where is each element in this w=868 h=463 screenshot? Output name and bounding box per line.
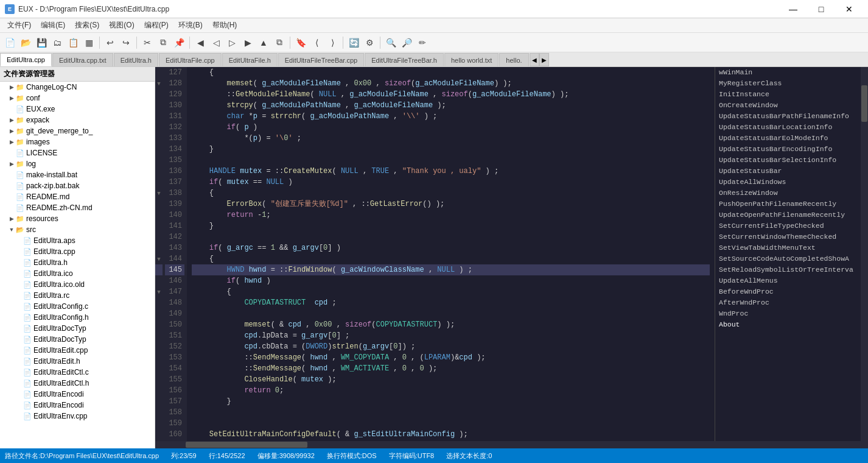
tree-item-EditUltra.h[interactable]: 📄EditUltra.h: [0, 257, 155, 268]
tree-item-README.md[interactable]: 📄README.md: [0, 191, 155, 202]
toolbar-btn-paste[interactable]: 📌: [172, 35, 186, 50]
tree-item-images[interactable]: ▶📁images: [0, 136, 155, 147]
tree-item-conf[interactable]: ▶📁conf: [0, 93, 155, 104]
tree-item-EditUltra.ico[interactable]: 📄EditUltra.ico: [0, 268, 155, 279]
toolbar-btn-new[interactable]: 📄: [2, 35, 17, 50]
vertical-scrollbar[interactable]: [861, 67, 868, 441]
toolbar-btn-save[interactable]: 💾: [34, 35, 49, 50]
symbol-item-19[interactable]: UpdateAllMenus: [715, 275, 861, 286]
tree-item-EditUltraEdit.h[interactable]: 📄EditUltraEdit.h: [0, 356, 155, 367]
code-area[interactable]: { memset( g_acModuleFileName , 0x00 , si…: [187, 67, 715, 441]
toolbar-btn-zoom[interactable]: 🔎: [399, 35, 414, 50]
toolbar-btn-cut[interactable]: ✂: [140, 35, 155, 50]
tab-6[interactable]: EditUltraFileTreeBar.h: [365, 53, 444, 66]
tree-item-EditUltra.aps[interactable]: 📄EditUltra.aps: [0, 235, 155, 246]
toolbar-btn-5[interactable]: ▦: [82, 35, 96, 50]
tree-item-EditUltra.rc[interactable]: 📄EditUltra.rc: [0, 290, 155, 301]
symbol-item-13[interactable]: UpdateOpenPathFilenameRecently: [715, 210, 861, 221]
tree-item-EditUltraEncodi[interactable]: 📄EditUltraEncodi: [0, 400, 155, 411]
tree-item-EditUltraEditCtl.h[interactable]: 📄EditUltraEditCtl.h: [0, 378, 155, 389]
toolbar-btn-11[interactable]: ◁: [209, 35, 223, 50]
tab-8[interactable]: hello.: [499, 53, 528, 66]
toolbar-btn-13[interactable]: ▶: [240, 35, 255, 50]
symbol-item-16[interactable]: SetViewTabWidthMenuText: [715, 242, 861, 253]
tree-item-EUX.exe[interactable]: 📄EUX.exe: [0, 104, 155, 115]
tree-item-EditUltraDocTyp[interactable]: 📄EditUltraDocTyp: [0, 323, 155, 334]
menu-item-搜索(S)[interactable]: 搜索(S): [70, 19, 104, 32]
symbol-item-15[interactable]: SetCurrentWindowThemeChecked: [715, 231, 861, 242]
symbol-item-8[interactable]: UpdateStatusBarSelectionInfo: [715, 155, 861, 166]
tree-item-EditUltraEncodi[interactable]: 📄EditUltraEncodi: [0, 389, 155, 400]
tree-item-git_deve_merge_to_[interactable]: ▶📁git_deve_merge_to_: [0, 125, 155, 136]
horizontal-scrollbar-thumb[interactable]: [186, 442, 307, 448]
horizontal-scrollbar[interactable]: [155, 441, 868, 448]
tab-5[interactable]: EditUltraFileTreeBar.cpp: [278, 53, 364, 66]
toolbar-btn-14[interactable]: ▲: [256, 35, 271, 50]
symbol-item-5[interactable]: UpdateStatusBarLocationInfo: [715, 122, 861, 133]
tree-item-EditUltraDocTyp[interactable]: 📄EditUltraDocTyp: [0, 334, 155, 345]
tab-3[interactable]: EditUltraFile.cpp: [159, 53, 222, 66]
symbol-item-4[interactable]: UpdateStatusBarPathFilenameInfo: [715, 111, 861, 122]
tree-item-EditUltraEnv.cpp[interactable]: 📄EditUltraEnv.cpp: [0, 411, 155, 422]
symbol-item-12[interactable]: PushOpenPathFilenameRecently: [715, 199, 861, 210]
menu-item-视图(O)[interactable]: 视图(O): [104, 19, 139, 32]
tree-item-LICENSE[interactable]: 📄LICENSE: [0, 147, 155, 158]
toolbar-btn-15[interactable]: ⧉: [272, 35, 287, 50]
toolbar-btn-bookmark[interactable]: 🔖: [293, 35, 308, 50]
toolbar-btn-saveall[interactable]: 🗂: [50, 35, 65, 50]
symbol-item-2[interactable]: InitInstance: [715, 89, 861, 100]
toolbar-btn-17[interactable]: ⟩: [325, 35, 340, 50]
toolbar-btn-4[interactable]: 📋: [66, 35, 80, 50]
toolbar-btn-10[interactable]: ◀: [193, 35, 208, 50]
tab-0[interactable]: EditUltra.cpp: [0, 53, 52, 66]
tree-item-make-install.bat[interactable]: 📄make-install.bat: [0, 169, 155, 180]
menu-item-编辑(E)[interactable]: 编辑(E): [36, 19, 70, 32]
minimize-button[interactable]: —: [779, 0, 807, 18]
toolbar-btn-pen[interactable]: ✏: [415, 35, 430, 50]
symbol-item-9[interactable]: UpdateStatusBar: [715, 166, 861, 177]
tab-arrow-left[interactable]: ◀: [530, 53, 539, 66]
tree-item-EditUltraConfig.c[interactable]: 📄EditUltraConfig.c: [0, 301, 155, 312]
tree-item-EditUltra.cpp[interactable]: 📄EditUltra.cpp: [0, 246, 155, 257]
symbol-item-23[interactable]: About: [715, 319, 861, 330]
toolbar-btn-16[interactable]: ⟨: [309, 35, 324, 50]
tree-item-resources[interactable]: ▶📁resources: [0, 213, 155, 224]
tree-item-EditUltraEdit.cpp[interactable]: 📄EditUltraEdit.cpp: [0, 345, 155, 356]
toolbar-btn-copy[interactable]: ⧉: [156, 35, 170, 50]
symbol-item-11[interactable]: OnResizeWindow: [715, 188, 861, 199]
maximize-button[interactable]: □: [807, 0, 835, 18]
tab-arrow-right[interactable]: ▶: [539, 53, 549, 66]
symbol-item-3[interactable]: OnCreateWindow: [715, 100, 861, 111]
toolbar-btn-redo[interactable]: ↪: [119, 35, 133, 50]
tab-2[interactable]: EditUltra.h: [114, 53, 158, 66]
toolbar-btn-19[interactable]: ⚙: [362, 35, 377, 50]
toolbar-btn-search[interactable]: 🔍: [383, 35, 398, 50]
menu-item-编程(P)[interactable]: 编程(P): [139, 19, 173, 32]
tab-1[interactable]: EditUltra.cpp.txt: [52, 53, 113, 66]
tree-item-EditUltra.ico.old[interactable]: 📄EditUltra.ico.old: [0, 279, 155, 290]
tree-item-src[interactable]: ▼📂src: [0, 224, 155, 235]
tree-item-EditUltraEditCtl.c[interactable]: 📄EditUltraEditCtl.c: [0, 367, 155, 378]
tree-item-README.zh-CN.md[interactable]: 📄README.zh-CN.md: [0, 202, 155, 213]
toolbar-btn-open[interactable]: 📂: [18, 35, 33, 50]
menu-item-帮助(H)[interactable]: 帮助(H): [208, 19, 242, 32]
toolbar-btn-12[interactable]: ▷: [225, 35, 239, 50]
tab-7[interactable]: hello world.txt: [444, 53, 499, 66]
symbol-item-14[interactable]: SetCurrentFileTypeChecked: [715, 221, 861, 231]
close-button[interactable]: ✕: [835, 0, 863, 18]
tree-item-log[interactable]: ▶📁log: [0, 158, 155, 169]
symbol-item-7[interactable]: UpdateStatusBarEncodingInfo: [715, 144, 861, 155]
menu-item-文件(F)[interactable]: 文件(F): [2, 19, 36, 32]
toolbar-btn-18[interactable]: 🔄: [346, 35, 361, 50]
symbol-item-6[interactable]: UpdateStatusBarEolModeInfo: [715, 133, 861, 144]
tree-item-EditUltraConfig.h[interactable]: 📄EditUltraConfig.h: [0, 312, 155, 323]
symbol-item-18[interactable]: SetReloadSymbolListOrTreeInterva: [715, 264, 861, 275]
tree-item-expack[interactable]: ▶📁expack: [0, 115, 155, 125]
symbol-item-22[interactable]: WndProc: [715, 308, 861, 319]
symbol-item-0[interactable]: wWinMain: [715, 67, 861, 78]
symbol-item-10[interactable]: UpdateAllWindows: [715, 177, 861, 188]
symbol-item-1[interactable]: MyRegisterClass: [715, 78, 861, 89]
symbol-item-20[interactable]: BeforeWndProc: [715, 286, 861, 297]
tab-4[interactable]: EditUltraFile.h: [222, 53, 278, 66]
symbol-item-21[interactable]: AfterWndProc: [715, 297, 861, 308]
